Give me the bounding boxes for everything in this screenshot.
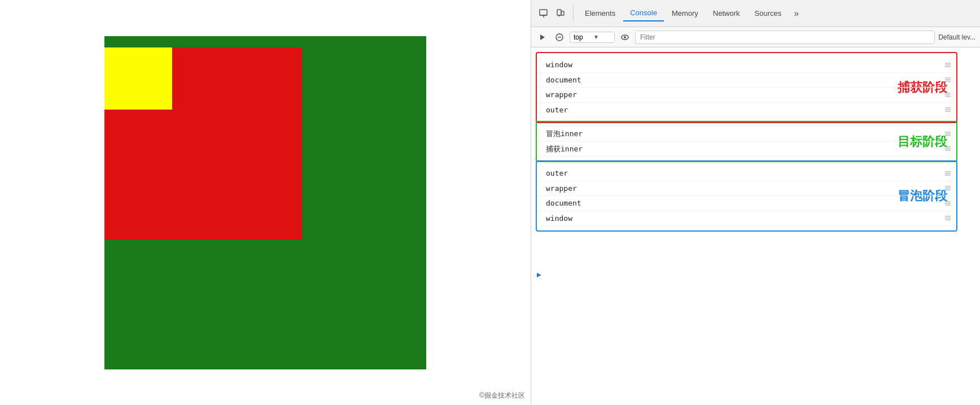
console-item-text: wrapper — [546, 89, 952, 101]
svg-point-10 — [624, 36, 626, 38]
list-icon-5 — [944, 130, 952, 138]
svg-rect-3 — [557, 10, 561, 15]
tab-separator — [573, 6, 574, 21]
arrow-right-icon — [536, 272, 542, 278]
tab-elements[interactable]: Elements — [578, 6, 622, 21]
inspect-element-btn[interactable] — [536, 6, 552, 21]
more-tabs-btn[interactable]: » — [789, 6, 803, 21]
filter-input[interactable] — [635, 31, 935, 44]
list-icon-2 — [944, 76, 952, 84]
console-content: 捕获阶段 window document wrapper — [531, 47, 980, 405]
console-item-wrapper-bubble: wrapper — [537, 181, 956, 197]
console-item-text: window — [546, 213, 952, 224]
clear-console-btn[interactable] — [553, 31, 566, 44]
capture-phase-box: 捕获阶段 window document wrapper — [536, 52, 957, 123]
console-item-text: outer — [546, 168, 952, 179]
console-item-document-bubble: document — [537, 196, 956, 211]
device-toggle-btn[interactable] — [553, 6, 568, 21]
console-item-text: document — [546, 198, 952, 209]
console-item-window-bubble: window — [537, 211, 956, 227]
context-value: top — [574, 33, 591, 41]
console-item-text: wrapper — [546, 183, 952, 194]
console-item-window-capture: window — [537, 58, 956, 73]
console-item-bubble-inner: 冒泡inner — [537, 127, 956, 142]
list-icon-4 — [944, 106, 952, 114]
tab-memory[interactable]: Memory — [665, 6, 705, 21]
console-item-text: window — [546, 59, 952, 71]
devtools-panel: Elements Console Memory Network Sources … — [531, 0, 980, 405]
svg-marker-6 — [540, 34, 545, 40]
yellow-rectangle — [104, 47, 172, 110]
bubble-phase-box: 冒泡阶段 outer wrapper document — [536, 160, 957, 232]
list-icon-1 — [944, 61, 952, 69]
console-item-text: outer — [546, 104, 952, 116]
context-dropdown-arrow: ▼ — [593, 34, 611, 40]
eye-btn[interactable] — [618, 31, 632, 44]
list-icon-7 — [944, 169, 952, 177]
svg-rect-0 — [540, 10, 547, 15]
target-phase-box: 目标阶段 冒泡inner 捕获inner — [536, 121, 957, 162]
watermark: ©掘金技术社区 — [479, 391, 525, 400]
list-icon-6 — [944, 145, 952, 153]
tab-sources[interactable]: Sources — [748, 6, 789, 21]
webpage-panel: ©掘金技术社区 — [0, 0, 531, 405]
console-toolbar: top ▼ Default lev... — [531, 27, 980, 47]
list-icon-8 — [944, 184, 952, 192]
console-item-outer-bubble: outer — [537, 166, 956, 181]
devtools-tab-bar: Elements Console Memory Network Sources … — [531, 0, 980, 27]
list-icon-10 — [944, 214, 952, 222]
context-selector[interactable]: top ▼ — [570, 32, 615, 43]
console-item-outer-capture: outer — [537, 103, 956, 118]
console-item-document-capture: document — [537, 73, 956, 88]
console-item-text: document — [546, 75, 952, 86]
tab-network[interactable]: Network — [706, 6, 747, 21]
console-item-wrapper-capture: wrapper — [537, 88, 956, 103]
console-item-text: 冒泡inner — [546, 128, 952, 140]
webpage-content — [104, 36, 426, 369]
bottom-indicator-arrow — [536, 271, 542, 403]
run-script-btn[interactable] — [536, 31, 549, 44]
console-item-text: 捕获inner — [546, 143, 952, 155]
svg-rect-4 — [561, 11, 564, 15]
list-icon-3 — [944, 91, 952, 99]
list-icon-9 — [944, 199, 952, 207]
console-item-capture-inner: 捕获inner — [537, 142, 956, 157]
svg-marker-41 — [537, 273, 541, 277]
default-level-label: Default lev... — [938, 33, 975, 41]
tab-console[interactable]: Console — [623, 5, 664, 21]
